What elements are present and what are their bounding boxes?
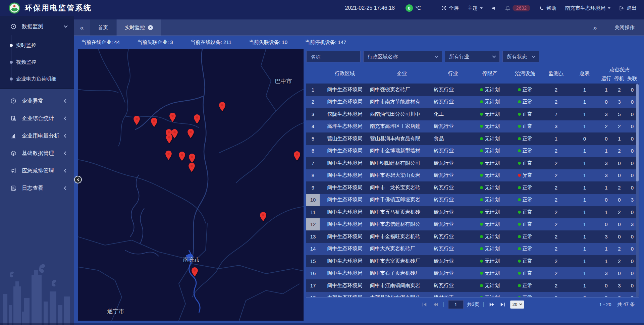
table-row[interactable]: 1阆中生态环境局阆中强锐页岩砖厂砖瓦行业无计划正常21120 <box>306 84 639 96</box>
table-row[interactable]: 12阆中生态环境局阆中市忠信建材有限公砖瓦行业无计划正常21003 <box>306 218 639 231</box>
company-cell: 阆中市金博瑞新型墙材 <box>370 145 434 157</box>
industry-cell: 砖瓦行业 <box>434 120 472 133</box>
map-pin-icon[interactable] <box>189 154 196 163</box>
first-page-button[interactable] <box>421 301 428 308</box>
tab-label: 首页 <box>98 24 108 31</box>
map-pin-icon[interactable] <box>187 129 194 138</box>
halt-count-cell: 2 <box>613 243 626 255</box>
tab-home[interactable]: 首页 <box>90 19 116 36</box>
sidebar-group-log-view: 日志查看 <box>0 179 74 197</box>
company-cell: 阆中市五马桥页岩机砖 <box>370 206 434 218</box>
sidebar-item-power-load-detail[interactable]: 企业电力负荷明细 <box>0 70 74 87</box>
fullscreen-button[interactable]: 全屏 <box>441 5 459 11</box>
mute-button[interactable] <box>491 6 496 11</box>
table-row[interactable]: 18南部生态环境局南部县砂化水泥有限公建材加工无计划正常60060 <box>306 292 639 297</box>
run-count-cell: 3 <box>600 157 613 169</box>
map-pin-icon[interactable] <box>165 151 172 160</box>
tab-scroll-left-button[interactable]: « <box>74 19 90 36</box>
name-filter-field[interactable] <box>306 51 361 62</box>
region-filter-select[interactable]: 行政区域名称 <box>363 51 442 62</box>
run-count-cell: 3 <box>600 169 613 182</box>
sidebar-item-enterprise-abnormal[interactable]: 企业异常 <box>0 92 74 110</box>
sidebar-item-base-data-management[interactable]: 基础数据管理 <box>0 145 74 162</box>
name-search-input[interactable] <box>311 54 356 60</box>
halt-count-cell: 0 <box>613 194 626 206</box>
page-size-select[interactable]: 20 <box>510 301 524 309</box>
column-header-point-status-group: 点位状态 运行 停机 失联 <box>600 64 639 84</box>
map-pin-icon[interactable] <box>151 118 158 127</box>
map-pin-icon[interactable] <box>194 114 201 124</box>
industry-filter-select[interactable]: 所有行业 <box>445 51 500 62</box>
chevron-down-icon <box>519 303 522 305</box>
run-count-cell: 0 <box>600 132 613 145</box>
table-row[interactable]: 9阆中生态环境局阆中市二龙长宝页岩砖砖瓦行业无计划正常21120 <box>306 181 639 194</box>
meter-count-cell: 1 <box>570 96 600 108</box>
sidebar-item-log-view[interactable]: 日志查看 <box>0 179 74 197</box>
map-pin-icon[interactable] <box>219 102 226 111</box>
map-pin-icon[interactable] <box>133 116 140 125</box>
phone-icon <box>539 6 544 11</box>
sidebar-item-data-monitoring[interactable]: 数据监测 <box>0 16 74 37</box>
close-operations-button[interactable]: 关闭操作 <box>614 24 635 31</box>
table-row[interactable]: 8阆中生态环境局阆中市枣碧大梁山页岩砖瓦行业无计划异常21300 <box>306 169 639 182</box>
table-row[interactable]: 7阆中生态环境局阆中明阳建材有限公司砖瓦行业无计划正常21300 <box>306 157 639 169</box>
status-dot-green-icon <box>518 272 521 275</box>
sidebar-item-label: 企业综合统计 <box>22 115 54 122</box>
facility-status-cell: 正常 <box>507 120 543 133</box>
region-cell: 阆中生态环境局 <box>320 279 370 292</box>
table-row[interactable]: 6阆中生态环境局阆中市金博瑞新型墙材砖瓦行业无计划正常21120 <box>306 145 639 157</box>
table-row[interactable]: 11阆中生态环境局阆中市五马桥页岩机砖砖瓦行业无计划正常21120 <box>306 206 639 218</box>
table-row[interactable]: 2阆中生态环境局阆中市南方节能建材有砖瓦行业无计划正常21030 <box>306 96 639 108</box>
map-pin-icon[interactable] <box>178 152 185 161</box>
help-button[interactable]: 帮助 <box>539 5 556 11</box>
sidebar-collapse-handle[interactable] <box>74 176 82 183</box>
sidebar-item-video-monitor[interactable]: 视频监控 <box>0 54 74 70</box>
tab-close-icon[interactable]: × <box>148 25 153 30</box>
map-panel[interactable]: 巴中市南充市遂宁市 <box>78 49 304 321</box>
map-pin-icon[interactable] <box>260 212 267 221</box>
map-pin-icon[interactable] <box>188 163 195 172</box>
table-row[interactable]: 5营山生态环境局营山县润丰肉食品有限食品无计划正常10010 <box>306 132 639 145</box>
map-roads <box>78 49 304 321</box>
map-pin-icon[interactable] <box>293 151 301 161</box>
map-pin-icon[interactable] <box>169 113 176 122</box>
fullscreen-icon <box>441 5 446 11</box>
sidebar-item-realtime-monitor[interactable]: 实时监控 <box>0 37 74 54</box>
map-pin-icon[interactable] <box>166 134 173 144</box>
map-pin-icon[interactable] <box>191 267 198 277</box>
sidebar-item-label: 企业异常 <box>22 98 43 105</box>
last-page-button[interactable] <box>499 301 506 308</box>
page-number-input[interactable]: 1 <box>448 300 464 309</box>
row-index-cell: 7 <box>306 157 320 169</box>
stat-item: 当前在线设备: 211 <box>191 39 231 46</box>
sidebar-item-enterprise-statistics[interactable]: 企业综合统计 <box>0 110 74 127</box>
theme-dropdown[interactable]: 主题 <box>468 5 483 11</box>
table-scrollbar[interactable] <box>636 84 639 297</box>
halt-count-cell: 2 <box>613 84 626 96</box>
logout-button[interactable]: 退出 <box>619 5 637 11</box>
tab-scroll-right-button[interactable]: » <box>587 24 603 32</box>
sidebar-item-emergency-reduction[interactable]: 应急减排管理 <box>0 162 74 179</box>
status-dot-green-icon <box>518 162 521 165</box>
prev-page-button[interactable] <box>432 301 439 308</box>
row-index-cell: 17 <box>306 279 320 292</box>
table-row[interactable]: 14阆中生态环境局阆中大兴页岩机砖厂砖瓦行业无计划正常21120 <box>306 243 639 255</box>
next-page-button[interactable] <box>488 301 495 308</box>
table-row[interactable]: 15阆中生态环境局阆中市光富页岩机砖厂砖瓦行业无计划正常21120 <box>306 255 639 267</box>
sidebar-item-power-usage-analysis[interactable]: 企业用电量分析 <box>0 127 74 145</box>
scrollbar-thumb[interactable] <box>636 84 639 181</box>
tab-realtime-monitor[interactable]: 实时监控× <box>117 19 161 36</box>
table-row[interactable]: 10阆中生态环境局阆中千佛镇五郎垭页岩砖瓦行业无计划正常21003 <box>306 194 639 206</box>
table-row[interactable]: 4高坪生态环境局南充市高坪区王家店建砖瓦行业无计划正常31220 <box>306 120 639 133</box>
industry-cell: 砖瓦行业 <box>434 84 472 96</box>
org-dropdown[interactable]: 南充市生态环境局 <box>565 5 610 11</box>
table-row[interactable]: 17阆中生态环境局阆中市江南镇阆南页岩砖瓦行业无计划正常21030 <box>306 279 639 292</box>
status-filter-select[interactable]: 所有状态 <box>502 51 539 62</box>
notifications-button[interactable]: 2632 <box>505 5 530 11</box>
bullet-dot-icon <box>10 77 13 80</box>
table-row[interactable]: 16阆中生态环境局阆中市石子页岩机砖厂砖瓦行业无计划正常21300 <box>306 267 639 280</box>
table-row[interactable]: 13阆中生态环境局阆中市金福旺页岩机砖砖瓦行业无计划正常21300 <box>306 230 639 243</box>
tabbar-top-strip <box>74 16 644 19</box>
table-row[interactable]: 3仪陇生态环境局西南油气田分公司川中化工无计划正常71350 <box>306 108 639 120</box>
facility-status-cell: 正常 <box>507 157 543 169</box>
